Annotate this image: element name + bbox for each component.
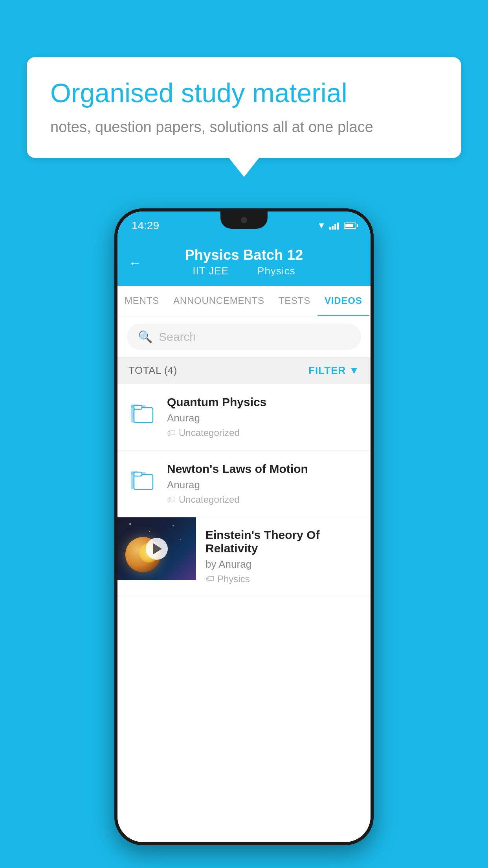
tab-ments[interactable]: MENTS — [117, 286, 166, 316]
tag-label: Physics — [217, 574, 250, 585]
camera-dot — [241, 217, 247, 223]
filter-icon: ▼ — [349, 364, 360, 377]
signal-icon — [329, 222, 339, 230]
tab-announcements[interactable]: ANNOUNCEMENTS — [166, 286, 272, 316]
video-item-author: by Anurag — [205, 558, 361, 570]
tag-label: Uncategorized — [179, 494, 240, 505]
search-input-wrap[interactable]: 🔍 Search — [127, 324, 361, 350]
filter-label: FILTER — [308, 364, 346, 377]
video-item-title: Einstein's Theory Of Relativity — [205, 528, 361, 555]
phone-frame: 14:29 ▼ — [114, 208, 374, 845]
wifi-icon: ▼ — [317, 221, 326, 231]
video-item-title: Quantum Physics — [167, 395, 360, 409]
search-bar: 🔍 Search — [117, 316, 371, 357]
speech-bubble: Organised study material notes, question… — [27, 57, 461, 158]
svg-rect-6 — [134, 474, 153, 489]
speech-bubble-card: Organised study material notes, question… — [27, 57, 461, 177]
video-item-author: Anurag — [167, 479, 360, 491]
folder-icon — [128, 464, 156, 495]
tag-icon: 🏷 — [167, 428, 176, 438]
list-item[interactable]: Quantum Physics Anurag 🏷 Uncategorized — [117, 384, 371, 451]
tabs-container: MENTS ANNOUNCEMENTS TESTS VIDEOS — [117, 286, 371, 316]
tab-tests[interactable]: TESTS — [272, 286, 317, 316]
list-item[interactable]: Einstein's Theory Of Relativity by Anura… — [117, 517, 371, 596]
app-header: ← Physics Batch 12 IIT JEE Physics — [117, 240, 371, 286]
video-list: Quantum Physics Anurag 🏷 Uncategorized — [117, 384, 371, 842]
status-time: 14:29 — [132, 219, 159, 232]
svg-rect-3 — [134, 405, 142, 409]
speech-bubble-subtitle: notes, question papers, solutions all at… — [50, 117, 438, 138]
speech-bubble-arrow — [229, 158, 259, 177]
header-subtitle-batch: IIT JEE — [193, 265, 229, 277]
tag-icon: 🏷 — [205, 574, 214, 584]
status-bar: 14:29 ▼ — [117, 211, 371, 240]
search-placeholder: Search — [159, 330, 196, 344]
tag-label: Uncategorized — [179, 427, 240, 438]
header-subtitle: IIT JEE Physics — [189, 265, 299, 277]
filter-bar: TOTAL (4) FILTER ▼ — [117, 357, 371, 384]
tab-videos[interactable]: VIDEOS — [317, 286, 369, 316]
phone-inner: 14:29 ▼ — [117, 211, 371, 842]
search-icon: 🔍 — [138, 330, 152, 344]
video-item-title: Newton's Laws of Motion — [167, 462, 360, 476]
battery-icon — [344, 223, 356, 229]
video-item-info: Einstein's Theory Of Relativity by Anura… — [196, 517, 371, 596]
video-item-info: Newton's Laws of Motion Anurag 🏷 Uncateg… — [167, 462, 360, 505]
play-button[interactable] — [146, 538, 168, 560]
video-item-info: Quantum Physics Anurag 🏷 Uncategorized — [167, 395, 360, 438]
play-triangle-icon — [153, 543, 162, 554]
header-subtitle-subject: Physics — [257, 265, 295, 277]
filter-button[interactable]: FILTER ▼ — [308, 364, 360, 377]
back-button[interactable]: ← — [128, 256, 141, 270]
video-item-tag: 🏷 Uncategorized — [167, 427, 360, 438]
speech-bubble-title: Organised study material — [50, 77, 438, 108]
status-notch — [220, 211, 268, 229]
video-item-author: Anurag — [167, 412, 360, 424]
header-subtitle-sep — [240, 265, 246, 277]
tag-icon: 🏷 — [167, 495, 176, 505]
status-icons: ▼ — [317, 221, 356, 231]
svg-rect-2 — [134, 408, 153, 423]
svg-rect-7 — [134, 472, 142, 476]
video-item-tag: 🏷 Physics — [205, 574, 361, 585]
video-thumbnail — [117, 517, 196, 580]
total-count: TOTAL (4) — [128, 364, 177, 377]
video-item-tag: 🏷 Uncategorized — [167, 494, 360, 505]
header-title: Physics Batch 12 — [185, 247, 303, 263]
list-item[interactable]: Newton's Laws of Motion Anurag 🏷 Uncateg… — [117, 451, 371, 517]
folder-icon — [128, 397, 156, 428]
